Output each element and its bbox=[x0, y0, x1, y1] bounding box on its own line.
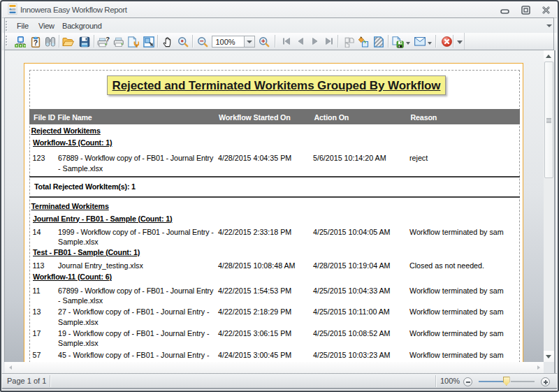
svg-text:?: ? bbox=[33, 38, 37, 46]
svg-text:?: ? bbox=[106, 36, 110, 43]
